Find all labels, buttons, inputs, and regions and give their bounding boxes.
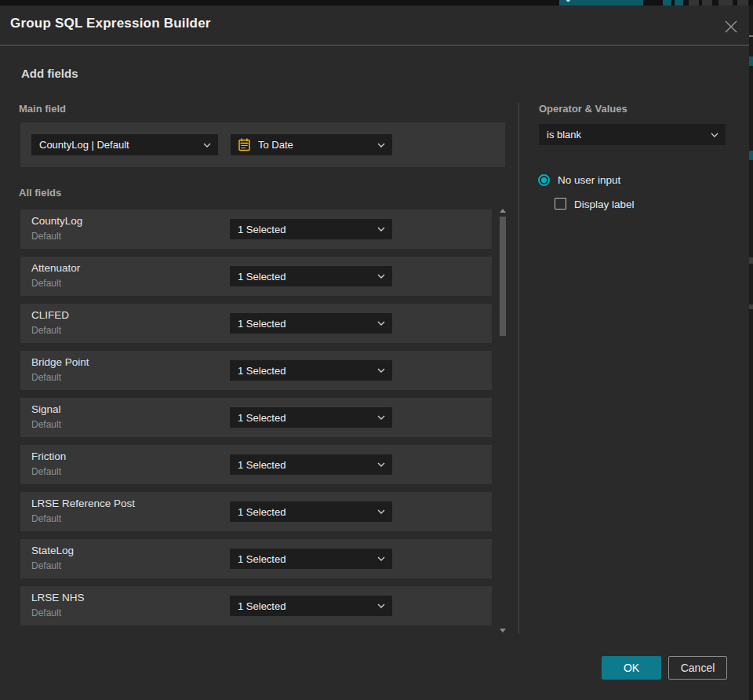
display-label-checkbox[interactable]	[555, 198, 566, 210]
field-values-dropdown[interactable]: 1 Selected	[230, 313, 392, 334]
main-field-panel: CountyLog | Default To Date	[20, 122, 505, 167]
background-fragment	[749, 35, 753, 37]
toolbar-fragment	[675, 0, 683, 5]
display-label-label[interactable]: Display label	[574, 199, 635, 210]
field-values-dropdown[interactable]: 1 Selected	[230, 501, 392, 522]
field-name: Friction	[31, 450, 66, 462]
chevron-down-icon	[377, 509, 385, 514]
chevron-down-icon	[203, 143, 211, 148]
field-row-signal: Signal Default 1 Selected	[20, 398, 492, 437]
field-values-dropdown[interactable]: 1 Selected	[230, 549, 392, 569]
group-sql-expression-builder-dialog: Group SQL Expression Builder Add fields …	[0, 5, 749, 700]
toolbar-fragment	[702, 0, 712, 5]
calendar-icon	[238, 138, 250, 151]
field-values-dropdown-value: 1 Selected	[230, 459, 286, 471]
field-values-dropdown-value: 1 Selected	[230, 365, 286, 377]
chevron-down-icon	[377, 556, 385, 561]
field-name: Attenuator	[31, 262, 80, 274]
live-view-label: ● Live view	[566, 0, 571, 4]
section-divider	[518, 103, 519, 633]
field-values-dropdown[interactable]: 1 Selected	[230, 219, 392, 239]
operator-values-label: Operator & Values	[539, 103, 628, 115]
field-values-dropdown[interactable]: 1 Selected	[230, 454, 392, 475]
background-fragment	[749, 304, 753, 309]
field-values-dropdown[interactable]: 1 Selected	[230, 407, 392, 428]
field-values-dropdown-value: 1 Selected	[230, 271, 286, 283]
field-name: LRSE Reference Post	[31, 498, 135, 509]
field-subtitle: Default	[31, 278, 61, 289]
field-list-scrollbar[interactable]	[499, 207, 507, 634]
field-values-dropdown[interactable]: 1 Selected	[230, 596, 392, 616]
field-row-lrse-reference-post: LRSE Reference Post Default 1 Selected	[20, 492, 492, 531]
field-subtitle: Default	[31, 560, 61, 571]
field-subtitle: Default	[31, 372, 61, 383]
background-app-top-strip: ● Live view	[0, 0, 753, 5]
chevron-down-icon	[377, 462, 385, 467]
close-icon	[724, 20, 738, 34]
chevron-down-icon	[377, 143, 385, 148]
date-type-dropdown[interactable]: To Date	[231, 134, 392, 155]
main-field-dropdown-value: CountyLog | Default	[31, 139, 129, 151]
date-type-dropdown-value: To Date	[250, 139, 293, 151]
operator-dropdown[interactable]: is blank	[539, 124, 726, 145]
chevron-down-icon	[377, 274, 385, 279]
field-values-dropdown[interactable]: 1 Selected	[230, 360, 392, 381]
background-fragment	[749, 257, 753, 264]
background-app-right-strip	[749, 5, 753, 700]
chevron-down-icon	[377, 415, 385, 420]
no-user-input-label[interactable]: No user input	[558, 174, 620, 186]
main-field-dropdown[interactable]: CountyLog | Default	[31, 134, 218, 155]
title-divider	[0, 45, 749, 46]
scroll-up-icon[interactable]	[500, 209, 506, 213]
field-name: CLIFED	[31, 309, 69, 321]
field-values-dropdown[interactable]: 1 Selected	[230, 266, 392, 286]
field-name: StateLog	[31, 545, 74, 556]
field-name: Signal	[31, 403, 61, 415]
field-row-clifed: CLIFED Default 1 Selected	[20, 304, 492, 343]
field-values-dropdown-value: 1 Selected	[230, 412, 286, 424]
field-subtitle: Default	[31, 419, 61, 430]
field-row-statelog: StateLog Default 1 Selected	[20, 539, 492, 578]
field-name: Bridge Point	[31, 356, 89, 368]
field-name: LRSE NHS	[31, 592, 85, 603]
live-view-button-fragment: ● Live view	[559, 0, 643, 5]
field-name: CountyLog	[31, 215, 82, 227]
chevron-down-icon	[377, 603, 385, 608]
field-row-friction: Friction Default 1 Selected	[20, 445, 492, 484]
field-row-bridge-point: Bridge Point Default 1 Selected	[20, 351, 492, 390]
background-fragment	[749, 151, 753, 160]
field-row-attenuator: Attenuator Default 1 Selected	[20, 257, 492, 296]
cancel-button[interactable]: Cancel	[668, 656, 727, 680]
field-row-countylog: CountyLog Default 1 Selected	[20, 210, 492, 249]
field-row-lrse-nhs: LRSE NHS Default 1 Selected	[20, 586, 492, 625]
main-field-label: Main field	[19, 103, 66, 115]
field-values-dropdown-value: 1 Selected	[230, 600, 286, 612]
no-user-input-radio[interactable]	[538, 174, 550, 186]
field-values-dropdown-value: 1 Selected	[230, 224, 286, 235]
field-subtitle: Default	[31, 325, 61, 336]
toolbar-fragment	[718, 0, 733, 5]
close-button[interactable]	[720, 16, 742, 38]
operator-dropdown-value: is blank	[539, 129, 581, 140]
chevron-down-icon	[377, 368, 385, 373]
all-fields-label: All fields	[19, 187, 61, 199]
field-subtitle: Default	[31, 513, 61, 524]
add-fields-heading: Add fields	[21, 67, 78, 80]
ok-button[interactable]: OK	[602, 656, 661, 680]
screen: ● Live view Group SQL Expression Builder…	[0, 0, 753, 700]
toolbar-fragment	[689, 0, 699, 5]
scrollbar-thumb[interactable]	[500, 217, 506, 336]
toolbar-fragment	[663, 0, 671, 5]
chevron-down-icon	[711, 133, 718, 137]
field-values-dropdown-value: 1 Selected	[230, 553, 286, 565]
field-subtitle: Default	[31, 231, 61, 242]
field-subtitle: Default	[31, 607, 61, 618]
toolbar-fragment	[737, 0, 748, 5]
chevron-down-icon	[377, 321, 385, 326]
background-fragment	[749, 57, 753, 66]
field-values-dropdown-value: 1 Selected	[230, 506, 286, 518]
chevron-down-icon	[377, 227, 385, 232]
field-values-dropdown-value: 1 Selected	[230, 318, 286, 330]
dialog-title: Group SQL Expression Builder	[10, 16, 211, 31]
scroll-down-icon[interactable]	[500, 629, 506, 633]
